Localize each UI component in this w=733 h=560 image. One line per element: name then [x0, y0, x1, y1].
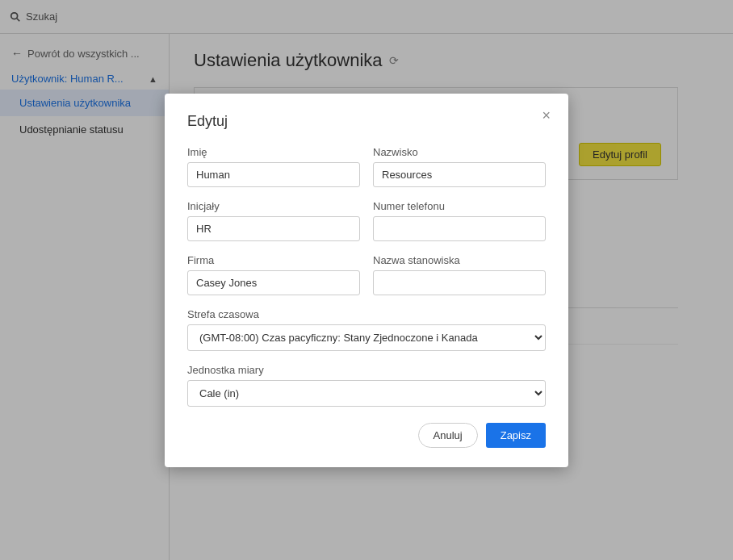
save-button[interactable]: Zapisz: [486, 423, 546, 448]
form-group-company: Firma: [187, 254, 360, 295]
modal-close-button[interactable]: ×: [538, 105, 554, 126]
form-group-unit: Jednostka miary Cale (in) Centymetry (cm…: [187, 364, 546, 407]
modal-title: Edytuj: [187, 113, 546, 130]
form-row-unit: Jednostka miary Cale (in) Centymetry (cm…: [187, 364, 546, 407]
modal-footer: Anuluj Zapisz: [187, 423, 546, 448]
form-group-firstname: Imię: [187, 146, 360, 187]
phone-input[interactable]: [373, 216, 546, 241]
lastname-input[interactable]: [373, 162, 546, 187]
company-input[interactable]: [187, 270, 360, 295]
edit-modal: Edytuj × Imię Nazwisko Inicjały Numer te…: [165, 94, 568, 467]
unit-select[interactable]: Cale (in) Centymetry (cm): [187, 380, 546, 407]
jobtitle-label: Nazwa stanowiska: [373, 254, 546, 266]
form-group-jobtitle: Nazwa stanowiska: [373, 254, 546, 295]
phone-label: Numer telefonu: [373, 200, 546, 212]
form-group-initials: Inicjały: [187, 200, 360, 241]
cancel-button[interactable]: Anuluj: [418, 423, 478, 448]
lastname-label: Nazwisko: [373, 146, 546, 158]
unit-label: Jednostka miary: [187, 364, 546, 376]
form-group-phone: Numer telefonu: [373, 200, 546, 241]
form-row-timezone: Strefa czasowa (GMT-08:00) Czas pacyficz…: [187, 308, 546, 351]
firstname-label: Imię: [187, 146, 360, 158]
initials-input[interactable]: [187, 216, 360, 241]
initials-label: Inicjały: [187, 200, 360, 212]
form-row-name: Imię Nazwisko: [187, 146, 546, 187]
form-row-initials-phone: Inicjały Numer telefonu: [187, 200, 546, 241]
jobtitle-input[interactable]: [373, 270, 546, 295]
timezone-select[interactable]: (GMT-08:00) Czas pacyficzny: Stany Zjedn…: [187, 324, 546, 351]
firstname-input[interactable]: [187, 162, 360, 187]
form-group-lastname: Nazwisko: [373, 146, 546, 187]
form-group-timezone: Strefa czasowa (GMT-08:00) Czas pacyficz…: [187, 308, 546, 351]
form-row-company-job: Firma Nazwa stanowiska: [187, 254, 546, 295]
timezone-label: Strefa czasowa: [187, 308, 546, 320]
modal-overlay: Edytuj × Imię Nazwisko Inicjały Numer te…: [0, 0, 733, 560]
company-label: Firma: [187, 254, 360, 266]
